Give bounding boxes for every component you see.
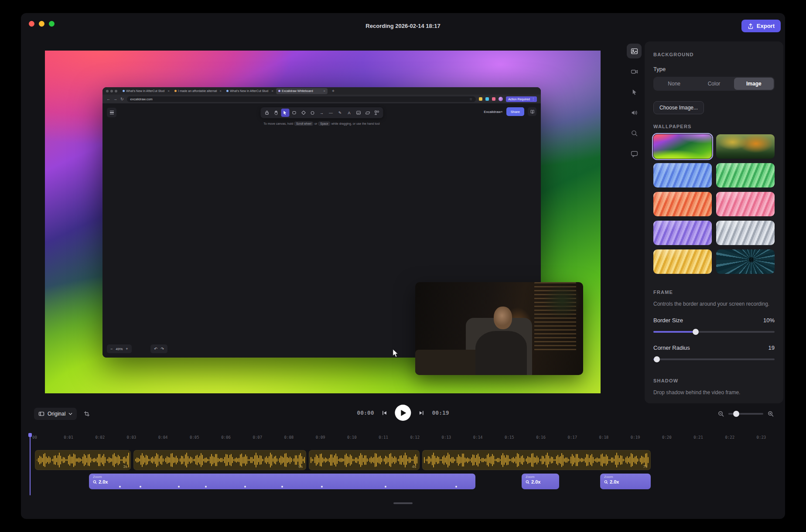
wallpaper-autumn[interactable] — [716, 134, 775, 159]
border-size-thumb[interactable] — [693, 329, 699, 335]
browser-tab[interactable]: What's New in AfterCut Stud× — [120, 88, 172, 94]
type-option-image[interactable]: Image — [734, 78, 774, 90]
tab-close-icon[interactable]: × — [167, 89, 170, 93]
arrow-tool-icon[interactable]: → — [318, 109, 326, 117]
zoom-in-button[interactable]: + — [126, 347, 128, 351]
background-image-icon[interactable] — [627, 44, 642, 58]
ellipse-tool-icon[interactable] — [308, 109, 317, 117]
skip-back-icon[interactable] — [380, 409, 389, 417]
back-icon[interactable]: ← — [106, 97, 110, 101]
wallpaper-sonoma[interactable] — [653, 134, 712, 159]
playhead[interactable] — [30, 434, 31, 495]
border-size-slider[interactable] — [653, 329, 775, 335]
tab-close-icon[interactable]: × — [219, 89, 222, 93]
timeline-ruler[interactable]: 000:010:020:030:040:050:060:070:080:090:… — [30, 434, 776, 442]
crop-button[interactable] — [81, 408, 92, 419]
keyframe-dot[interactable] — [455, 486, 457, 488]
zoom-clip[interactable]: Zoom2.0x — [89, 474, 475, 489]
keyframe-dot[interactable] — [119, 486, 121, 488]
library-button[interactable] — [528, 107, 536, 116]
keyframe-dot[interactable] — [140, 486, 141, 488]
forward-icon[interactable]: → — [113, 97, 117, 101]
wallpaper-stripes-pink[interactable] — [716, 192, 775, 216]
kebab-menu-icon[interactable]: ⋮ — [532, 97, 535, 101]
rectangle-tool-icon[interactable] — [290, 109, 298, 117]
camera-icon[interactable] — [627, 64, 642, 79]
corner-radius-thumb[interactable] — [654, 356, 660, 362]
choose-image-button[interactable]: Choose Image... — [653, 101, 704, 114]
tab-close-icon[interactable]: × — [323, 89, 325, 93]
audio-clip[interactable]: 6s — [133, 450, 306, 470]
url-bar[interactable]: excalidraw.com ☆ — [127, 96, 476, 102]
diamond-tool-icon[interactable] — [299, 109, 307, 117]
share-button[interactable]: Share — [506, 107, 524, 116]
skip-forward-icon[interactable] — [417, 409, 426, 417]
hamburger-menu-button[interactable] — [107, 108, 116, 117]
line-tool-icon[interactable]: — — [327, 109, 335, 117]
cursor-icon[interactable] — [627, 85, 642, 99]
zoom-out-button[interactable]: − — [110, 347, 113, 351]
audio-clip[interactable]: 7s — [422, 450, 651, 470]
zoom-clip[interactable]: Zoom2.0x — [600, 474, 651, 489]
keyframe-dot[interactable] — [321, 486, 323, 488]
extension-icon[interactable] — [485, 97, 489, 101]
zoom-out-icon[interactable] — [718, 411, 724, 417]
extension-icon[interactable] — [492, 97, 495, 101]
browser-tab[interactable]: Excalidraw Whiteboard× — [276, 88, 328, 94]
timeline-zoom-slider[interactable] — [728, 411, 763, 417]
timeline-scrollbar[interactable] — [393, 502, 413, 504]
search-icon[interactable] — [627, 126, 642, 140]
type-option-color[interactable]: Color — [694, 78, 734, 90]
preview-canvas[interactable]: What's New in AfterCut Stud×I made an af… — [45, 51, 601, 393]
minimize-window-button[interactable] — [39, 21, 44, 27]
bookmark-star-icon[interactable]: ☆ — [469, 97, 472, 101]
eraser-tool-icon[interactable] — [363, 109, 372, 117]
timeline-zoom-thumb[interactable] — [733, 411, 739, 417]
audio-clip[interactable]: 3s — [35, 450, 131, 470]
profile-avatar[interactable] — [499, 97, 503, 101]
undo-icon[interactable]: ↶ — [154, 347, 157, 351]
wallpaper-stripes-purple[interactable] — [653, 221, 712, 245]
wallpaper-stripes-yellow[interactable] — [653, 249, 712, 274]
keyframe-dot[interactable] — [205, 486, 207, 488]
browser-tab[interactable]: I made an affordable alternat× — [172, 88, 224, 94]
keyframe-dot[interactable] — [281, 486, 283, 488]
timeline[interactable]: 000:010:020:030:040:050:060:070:080:090:… — [30, 434, 776, 500]
excalidraw-plus-link[interactable]: Excalidraw+ — [484, 110, 502, 114]
zoom-clip[interactable]: Zoom2.0x — [522, 474, 559, 489]
audio-icon[interactable] — [627, 105, 642, 120]
corner-radius-slider[interactable] — [653, 356, 775, 362]
browser-tab[interactable]: What's New in AfterCut Stud× — [224, 88, 276, 94]
close-window-button[interactable] — [29, 21, 34, 27]
wallpaper-stripes-orange[interactable] — [653, 192, 712, 216]
new-tab-button[interactable]: + — [332, 89, 335, 93]
zoom-window-button[interactable] — [49, 21, 55, 27]
play-button[interactable] — [395, 405, 411, 421]
image-tool-icon[interactable] — [354, 109, 362, 117]
zoom-percent[interactable]: 49% — [116, 347, 123, 351]
export-button[interactable]: Export — [741, 20, 781, 32]
tab-close-icon[interactable]: × — [271, 89, 273, 93]
zoom-in-icon[interactable] — [768, 411, 774, 417]
reload-icon[interactable]: ↻ — [120, 97, 124, 101]
lock-tool-icon[interactable] — [263, 109, 271, 117]
wallpaper-stripes-green[interactable] — [716, 163, 775, 188]
wallpaper-stripes-silver[interactable] — [716, 221, 775, 245]
wallpaper-stripes-blue[interactable] — [653, 163, 712, 188]
extension-icon[interactable] — [479, 97, 482, 101]
audio-clip[interactable]: 4s — [309, 450, 420, 470]
webcam-overlay[interactable] — [415, 282, 583, 375]
action-required-badge[interactable]: Action Required ⋮ — [506, 96, 537, 102]
select-tool-icon[interactable] — [281, 109, 289, 117]
hand-tool-icon[interactable] — [272, 109, 280, 117]
type-option-none[interactable]: None — [654, 78, 694, 90]
keyframe-dot[interactable] — [178, 486, 180, 488]
aspect-preset-button[interactable]: Original — [34, 408, 77, 420]
wallpaper-abstract-dark[interactable] — [716, 249, 775, 274]
redo-icon[interactable]: ↷ — [161, 347, 164, 351]
draw-tool-icon[interactable]: ✎ — [336, 109, 344, 117]
shapes-tool-icon[interactable] — [372, 109, 381, 117]
captions-icon[interactable] — [627, 146, 642, 161]
text-tool-icon[interactable]: A — [345, 109, 353, 117]
keyframe-dot[interactable] — [244, 486, 246, 488]
